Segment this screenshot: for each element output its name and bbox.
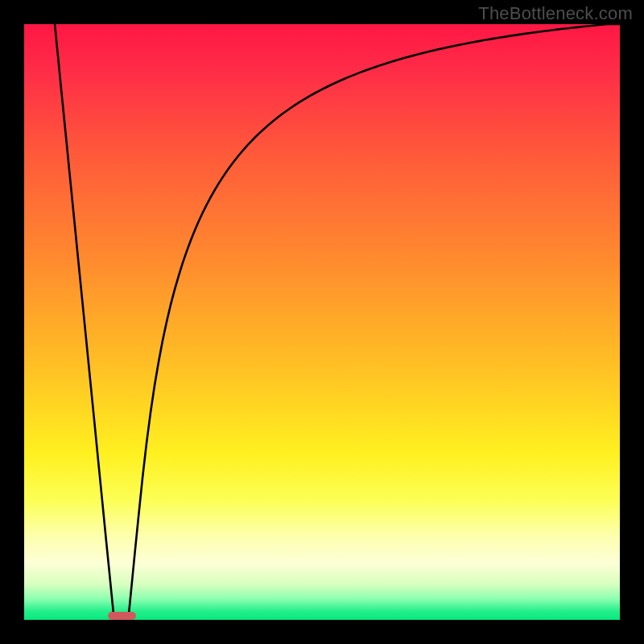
chart-frame: TheBottleneck.com — [0, 0, 644, 644]
plot-area — [24, 24, 620, 620]
watermark-text: TheBottleneck.com — [478, 3, 633, 24]
bottleneck-curve — [24, 24, 620, 620]
minimum-marker — [108, 612, 137, 620]
